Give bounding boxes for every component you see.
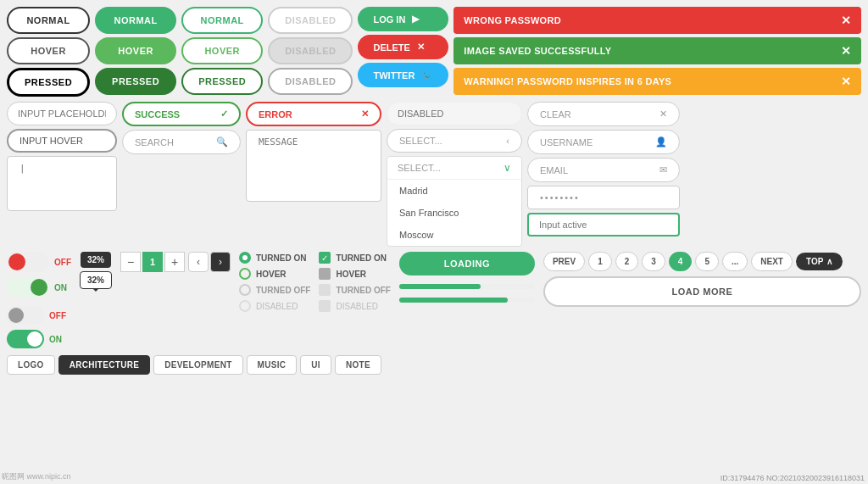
id-bar: ID:31794476 NO:20210320023916118031: [721, 474, 865, 482]
login-button-label: LOG IN: [373, 14, 405, 25]
top-label: TOP: [806, 257, 823, 266]
dropdown-item-madrid[interactable]: Madrid: [387, 180, 521, 202]
tag-development[interactable]: DEVELOPMENT: [153, 355, 242, 375]
checkbox-group: ✓ TURNED ON HOVER TURNED OFF DISABLED: [319, 252, 390, 312]
outline-normal-button[interactable]: NORMAL: [7, 7, 90, 34]
radio-disabled-button: [239, 300, 251, 312]
email-input[interactable]: EMAIL ✉: [527, 158, 680, 182]
checkbox-disabled-label: DISABLED: [336, 302, 377, 311]
radio-turned-off-row: TURNED OFF: [239, 284, 310, 296]
page-3-button[interactable]: 3: [642, 252, 665, 271]
select-dropdown[interactable]: SELECT... ‹: [387, 129, 522, 153]
counter-minus-button[interactable]: −: [120, 252, 141, 272]
radio-turned-on-row: TURNED ON: [239, 252, 310, 264]
outline-pressed-button[interactable]: PRESSED: [7, 68, 90, 97]
dropdown-item-sanfrancisco[interactable]: San Francisco: [387, 202, 521, 224]
checkbox-hover[interactable]: [319, 268, 331, 280]
wrong-password-close-icon[interactable]: ✕: [841, 14, 851, 27]
green-normal-button[interactable]: NORMAL: [95, 7, 176, 34]
tag-music[interactable]: MUSIC: [247, 355, 298, 375]
checkbox-disabled: [319, 300, 331, 312]
checkbox-turned-on[interactable]: ✓: [319, 252, 331, 264]
tag-logo[interactable]: LOGO: [7, 355, 55, 375]
prev-button[interactable]: PREV: [543, 252, 585, 271]
toggle-on-knob: [31, 279, 47, 296]
radio-turned-off-label: TURNED OFF: [256, 286, 310, 295]
twitter-button[interactable]: TWITTER 🐦: [358, 63, 448, 87]
hover-input[interactable]: INPUT HOVER: [7, 129, 117, 153]
outline-green-normal-button[interactable]: NORMAL: [181, 7, 263, 34]
counter-right-arrow[interactable]: ›: [210, 252, 231, 272]
success-input: SUCCESS ✓: [122, 102, 241, 126]
next-button[interactable]: NEXT: [751, 252, 793, 271]
top-button[interactable]: TOP ∧: [796, 253, 843, 270]
page-ellipsis-button[interactable]: ...: [722, 252, 748, 271]
error-input: ERROR ✕: [246, 102, 381, 126]
login-button[interactable]: LOG IN ▶: [358, 7, 448, 31]
delete-button[interactable]: DELETE ✕: [358, 35, 448, 59]
text-area-input[interactable]: [7, 156, 117, 211]
select-placeholder: SELECT...: [399, 136, 442, 146]
counter-left-arrow[interactable]: ‹: [188, 252, 209, 272]
checkbox-turned-on-label: TURNED ON: [336, 253, 386, 263]
watermark-left: 昵图网 www.nipic.cn: [2, 471, 71, 482]
page-4-button[interactable]: 4: [669, 252, 693, 271]
toggle-round-on-switch[interactable]: [7, 330, 44, 348]
green-hover-button[interactable]: HOVER: [95, 37, 176, 64]
counter-value: 1: [142, 252, 163, 272]
loading-button[interactable]: LOADING: [399, 252, 535, 275]
image-saved-close-icon[interactable]: ✕: [841, 44, 851, 58]
dropdown-header[interactable]: SELECT... ∨: [387, 157, 521, 180]
tag-architecture[interactable]: ARCHITECTURE: [58, 355, 151, 375]
counter-plus-button[interactable]: +: [164, 252, 185, 272]
checkbox-turned-on-row: ✓ TURNED ON: [319, 252, 390, 264]
outline-green-hover-button[interactable]: HOVER: [181, 37, 263, 64]
username-input[interactable]: USERNAME 👤: [527, 130, 680, 154]
toggle-on-switch[interactable]: [7, 277, 49, 298]
tag-ui[interactable]: UI: [300, 355, 331, 375]
tag-note[interactable]: NOTE: [335, 355, 381, 375]
clear-input[interactable]: CLEAR ✕: [527, 102, 680, 126]
outline-hover-button[interactable]: HOVER: [7, 37, 90, 64]
radio-turned-off-button[interactable]: [239, 284, 251, 296]
checkbox-hover-row: HOVER: [319, 268, 390, 280]
toggle-off-row2: OFF: [7, 306, 71, 325]
error-x-icon: ✕: [361, 108, 369, 120]
login-arrow-icon: ▶: [412, 14, 419, 25]
radio-disabled-row: DISABLED: [239, 300, 310, 312]
twitter-button-label: TWITTER: [373, 70, 415, 81]
progress-bar-1: [399, 284, 535, 289]
page-2-button[interactable]: 2: [615, 252, 639, 271]
image-saved-text: IMAGE SAVED SUCCESSFULLY: [464, 46, 611, 56]
checkbox-turned-off[interactable]: [319, 284, 331, 296]
twitter-bird-icon: 🐦: [421, 70, 433, 81]
search-input[interactable]: SEARCH 🔍: [122, 130, 241, 154]
radio-hover-button[interactable]: [239, 268, 251, 280]
green-pressed-button[interactable]: PRESSED: [95, 68, 176, 95]
password-input[interactable]: ••••••••: [527, 186, 680, 209]
load-more-button[interactable]: LOAD MORE: [543, 276, 861, 307]
clear-x-icon[interactable]: ✕: [659, 108, 667, 120]
pill-toggle-group: OFF ON OFF ON: [7, 252, 71, 348]
email-icon: ✉: [659, 164, 667, 175]
checkbox-disabled-row: DISABLED: [319, 300, 390, 312]
checkbox-turned-off-label: TURNED OFF: [336, 286, 390, 295]
off-label: OFF: [54, 258, 71, 267]
page-5-button[interactable]: 5: [695, 252, 719, 271]
outline-green-pressed-button[interactable]: PRESSED: [181, 68, 263, 95]
warning-close-icon[interactable]: ✕: [841, 75, 851, 88]
radio-turned-on-button[interactable]: [239, 252, 251, 264]
active-input[interactable]: [527, 213, 680, 236]
success-label: SUCCESS: [135, 109, 180, 120]
dropdown-item-moscow[interactable]: Moscow: [387, 224, 521, 246]
disabled-button-2: DISABLED: [268, 37, 353, 64]
page-1-button[interactable]: 1: [588, 252, 612, 271]
message-textarea[interactable]: [246, 130, 381, 202]
toggle-on-row2: ON: [7, 330, 71, 348]
placeholder-input[interactable]: [7, 102, 117, 125]
toggle-off-switch[interactable]: [7, 252, 49, 272]
toggle-round-off-switch[interactable]: [7, 306, 44, 325]
disabled-button-col: DISABLED DISABLED DISABLED: [268, 7, 353, 95]
pagination-row: PREV 1 2 3 4 5 ... NEXT TOP ∧: [543, 252, 861, 271]
outline-button-col: NORMAL HOVER PRESSED: [7, 7, 90, 97]
